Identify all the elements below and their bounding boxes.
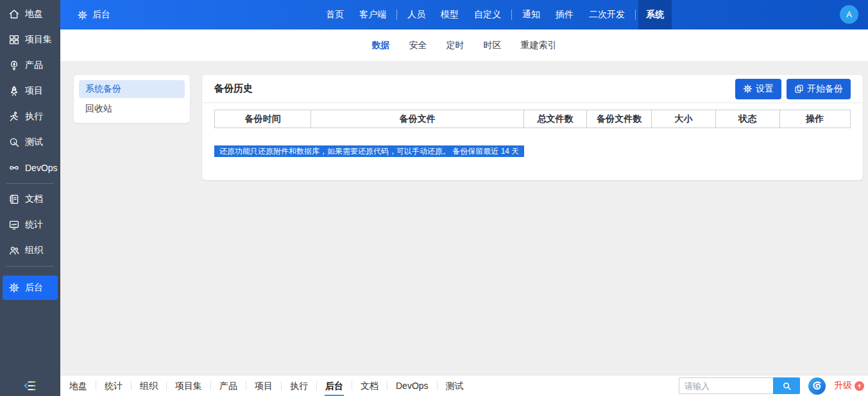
subnav: 数据 安全 定时 时区 重建索引 — [60, 29, 868, 61]
bottom-tab-project[interactable]: 项目 — [246, 375, 281, 396]
side-panel: 系统备份 回收站 — [74, 75, 190, 123]
card-header: 备份历史 设置 开始备份 — [202, 75, 863, 103]
settings-button[interactable]: 设置 — [735, 79, 781, 99]
sidebar-item-label: 地盘 — [25, 8, 43, 20]
bottom-tab-org[interactable]: 组织 — [132, 375, 166, 396]
bottom-tab-admin[interactable]: 后台 — [317, 375, 352, 396]
column-backup-time: 备份时间 — [215, 110, 311, 128]
sidebar-item-label: 统计 — [25, 219, 43, 231]
bottom-tab-devops[interactable]: DevOps — [387, 375, 437, 396]
nav-user[interactable]: 人员 — [400, 0, 433, 29]
column-backup-files: 备份文件数 — [587, 110, 652, 128]
zentao-logo-icon[interactable] — [808, 377, 826, 395]
bottom-tab-qa[interactable]: 测试 — [438, 375, 472, 396]
chart-icon — [8, 219, 20, 231]
start-backup-button-label: 开始备份 — [807, 83, 843, 95]
backup-table: 备份时间 备份文件 总文件数 备份文件数 大小 状态 操作 — [214, 110, 851, 128]
column-size: 大小 — [652, 110, 715, 128]
sidebar-item-label: 项目集 — [25, 34, 52, 45]
nav-system[interactable]: 系统 — [638, 0, 672, 29]
sidebar-item-label: DevOps — [25, 163, 58, 173]
rocket-icon — [8, 85, 20, 97]
infinity-icon — [8, 162, 20, 174]
nav-separator — [396, 10, 397, 20]
tab-safe[interactable]: 安全 — [408, 37, 429, 54]
table-header-row: 备份时间 备份文件 总文件数 备份文件数 大小 状态 操作 — [215, 110, 851, 128]
column-backup-file: 备份文件 — [311, 110, 524, 128]
sidebar-item-qa[interactable]: 测试 — [0, 129, 60, 155]
sidebar-item-program[interactable]: 项目集 — [0, 27, 60, 53]
magnifier-icon — [8, 136, 20, 148]
gear-icon — [743, 84, 753, 94]
bottom-tab-program[interactable]: 项目集 — [167, 375, 210, 396]
bottom-tab-product[interactable]: 产品 — [211, 375, 246, 396]
page-title: 备份历史 — [214, 83, 253, 95]
sidebar-item-label: 文档 — [25, 194, 43, 205]
settings-button-label: 设置 — [756, 83, 774, 95]
sidebar-divider — [6, 183, 54, 184]
nav-separator — [511, 10, 512, 20]
column-total-files: 总文件数 — [523, 110, 586, 128]
upgrade-link[interactable]: 升级 — [834, 380, 864, 392]
sidebar-item-admin[interactable]: 后台 — [3, 276, 58, 300]
sidebar-item-label: 项目 — [25, 85, 43, 97]
start-backup-button[interactable]: 开始备份 — [787, 79, 851, 99]
nav-home[interactable]: 首页 — [318, 0, 352, 29]
tab-timezone[interactable]: 时区 — [482, 37, 503, 54]
nav-client[interactable]: 客户端 — [352, 0, 394, 29]
topbar-title-label: 后台 — [92, 9, 110, 21]
panel-item-system-backup[interactable]: 系统备份 — [79, 80, 185, 98]
sidebar-item-label: 执行 — [25, 111, 43, 122]
restore-notice-banner: 还原功能只还原附件和数据库，如果需要还原代码，可以手动还原。 备份保留最近 14… — [214, 145, 524, 157]
search-input[interactable] — [679, 377, 773, 394]
tab-cron[interactable]: 定时 — [445, 37, 466, 54]
tab-rebuild-index[interactable]: 重建索引 — [520, 37, 558, 54]
nav-model[interactable]: 模型 — [433, 0, 466, 29]
upgrade-label: 升级 — [834, 380, 852, 392]
sidebar-item-label: 测试 — [25, 136, 43, 148]
gear-icon — [8, 282, 20, 293]
nav-dev[interactable]: 二次开发 — [581, 0, 633, 29]
sidebar-item-doc[interactable]: 文档 — [0, 186, 60, 212]
collapse-menu-icon — [23, 379, 37, 393]
sidebar-item-report[interactable]: 统计 — [0, 212, 60, 238]
card-body: 备份时间 备份文件 总文件数 备份文件数 大小 状态 操作 还原功能只还原附件和… — [202, 103, 863, 157]
bottom-tab-execution[interactable]: 执行 — [282, 375, 316, 396]
sidebar-item-product[interactable]: 产品 — [0, 53, 60, 78]
avatar[interactable]: A — [840, 5, 858, 24]
sidebar-item-execution[interactable]: 执行 — [0, 104, 60, 129]
sidebar-item-devops[interactable]: DevOps — [0, 155, 60, 181]
home-icon — [8, 8, 20, 20]
topbar-nav: 首页 客户端 人员 模型 自定义 通知 插件 二次开发 系统 — [318, 0, 672, 29]
bottombar: 地盘 统计 组织 项目集 产品 项目 执行 后台 文档 DevOps 测试 升级 — [60, 375, 868, 396]
nav-custom[interactable]: 自定义 — [466, 0, 509, 29]
gear-icon — [77, 10, 88, 21]
sidebar-item-home[interactable]: 地盘 — [0, 1, 60, 27]
sidebar-menu: 地盘 项目集 产品 项目 执行 测试 DevOps 文档 — [0, 0, 60, 300]
sidebar-item-label: 组织 — [25, 245, 43, 256]
collapse-sidebar-button[interactable] — [0, 379, 60, 393]
card-actions: 设置 开始备份 — [735, 79, 851, 99]
topbar: 后台 首页 客户端 人员 模型 自定义 通知 插件 二次开发 系统 A — [60, 0, 868, 29]
document-icon — [8, 194, 20, 205]
search-button[interactable] — [773, 377, 800, 394]
column-status: 状态 — [715, 110, 779, 128]
bottom-tab-home[interactable]: 地盘 — [61, 375, 96, 396]
panel-item-recycle-bin[interactable]: 回收站 — [79, 100, 185, 118]
sidebar-item-label: 后台 — [25, 282, 43, 293]
grid-icon — [8, 34, 20, 45]
tab-data[interactable]: 数据 — [371, 37, 391, 54]
sidebar-item-org[interactable]: 组织 — [0, 238, 60, 263]
nav-extension[interactable]: 插件 — [548, 0, 581, 29]
bottombar-right: 升级 — [679, 377, 864, 395]
upgrade-arrow-badge-icon — [855, 381, 864, 391]
sidebar-item-project[interactable]: 项目 — [0, 78, 60, 104]
nav-notify[interactable]: 通知 — [515, 0, 548, 29]
people-icon — [8, 245, 20, 256]
sidebar-divider — [6, 266, 54, 267]
bottom-tab-doc[interactable]: 文档 — [352, 375, 387, 396]
runner-icon — [8, 111, 20, 122]
lightbulb-icon — [8, 60, 20, 71]
bottom-tab-report[interactable]: 统计 — [96, 375, 131, 396]
search-icon — [782, 381, 792, 391]
